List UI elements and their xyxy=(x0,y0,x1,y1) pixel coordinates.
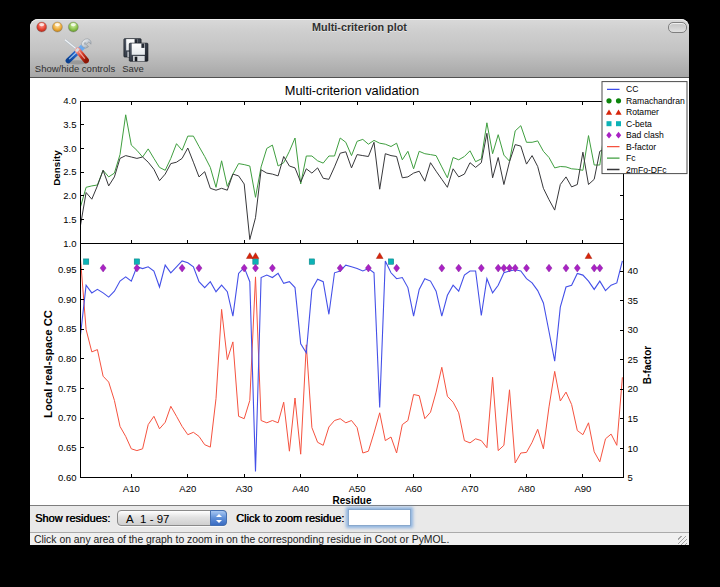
svg-text:3.0: 3.0 xyxy=(63,143,76,154)
svg-text:3.5: 3.5 xyxy=(63,119,76,130)
svg-text:2mFo-DFc: 2mFo-DFc xyxy=(626,165,667,175)
svg-text:Rotamer: Rotamer xyxy=(626,107,659,117)
svg-text:A70: A70 xyxy=(462,483,479,494)
svg-text:A90: A90 xyxy=(574,483,591,494)
svg-text:Local real-space CC: Local real-space CC xyxy=(42,310,54,418)
svg-text:A30: A30 xyxy=(236,483,253,494)
svg-text:Multi-criterion validation: Multi-criterion validation xyxy=(285,83,419,98)
svg-text:0.70: 0.70 xyxy=(58,412,77,423)
svg-text:C-beta: C-beta xyxy=(626,119,652,129)
svg-text:10: 10 xyxy=(628,443,639,454)
svg-text:0.75: 0.75 xyxy=(58,383,77,394)
svg-text:A10: A10 xyxy=(123,483,140,494)
svg-text:Bad clash: Bad clash xyxy=(626,130,664,140)
svg-text:A50: A50 xyxy=(349,483,366,494)
svg-text:1.0: 1.0 xyxy=(63,238,76,249)
svg-text:4.0: 4.0 xyxy=(63,95,76,106)
svg-text:0.80: 0.80 xyxy=(58,353,77,364)
svg-text:2.0: 2.0 xyxy=(63,190,76,201)
svg-text:Ramachandran: Ramachandran xyxy=(626,96,685,106)
svg-text:Density: Density xyxy=(51,150,62,186)
svg-text:A80: A80 xyxy=(518,483,535,494)
svg-text:1.5: 1.5 xyxy=(63,214,76,225)
svg-text:5: 5 xyxy=(628,472,633,483)
svg-text:0.65: 0.65 xyxy=(58,442,77,453)
svg-text:B-factor: B-factor xyxy=(626,142,656,152)
svg-text:0.90: 0.90 xyxy=(58,294,77,305)
svg-text:0.85: 0.85 xyxy=(58,323,77,334)
svg-text:2.5: 2.5 xyxy=(63,166,76,177)
svg-text:20: 20 xyxy=(628,383,639,394)
svg-text:0.60: 0.60 xyxy=(58,472,77,483)
svg-text:A40: A40 xyxy=(292,483,309,494)
svg-text:B-factor: B-factor xyxy=(642,346,653,384)
svg-text:A60: A60 xyxy=(405,483,422,494)
svg-text:40: 40 xyxy=(628,265,639,276)
svg-text:15: 15 xyxy=(628,413,639,424)
svg-text:30: 30 xyxy=(628,324,639,335)
svg-text:25: 25 xyxy=(628,354,639,365)
svg-text:Fc: Fc xyxy=(626,153,636,163)
svg-text:CC: CC xyxy=(626,84,638,94)
svg-text:35: 35 xyxy=(628,295,639,306)
svg-text:Residue: Residue xyxy=(333,495,372,506)
svg-text:0.95: 0.95 xyxy=(58,264,77,275)
svg-text:A20: A20 xyxy=(179,483,196,494)
